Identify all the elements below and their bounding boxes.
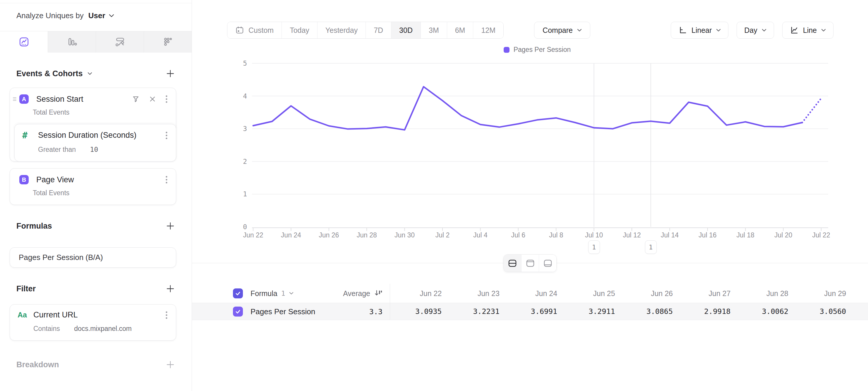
date-column-header[interactable]: Jun 26 (615, 284, 673, 303)
table-date-column: Jun 233.2231 (442, 284, 499, 320)
analyze-entity-dropdown[interactable]: User (88, 11, 114, 20)
date-column-header[interactable]: Jun 29 (788, 284, 846, 303)
select-all-checkbox[interactable] (233, 288, 243, 298)
add-filter-button[interactable] (166, 284, 175, 293)
x-axis-tick-label: Jul 14 (661, 231, 679, 239)
line-chart[interactable]: 012345Jun 22Jun 24Jun 26Jun 28Jun 30Jul … (192, 0, 868, 255)
chart-only-view-icon (526, 259, 535, 267)
text-property-icon: Aa (18, 311, 28, 319)
average-column-header[interactable]: Average (343, 289, 382, 298)
table-date-column: Jun 272.9918 (673, 284, 731, 320)
y-axis-tick-label: 1 (243, 190, 247, 198)
analyze-row: Analyze Uniques by User (0, 0, 192, 31)
event-a-menu-button[interactable] (165, 95, 168, 103)
property-filter-menu-button[interactable] (165, 131, 168, 140)
formula-header-index: 1 (281, 289, 285, 297)
formula-card[interactable]: Pages Per Session (B/A) (10, 247, 176, 268)
filter-section-header: Filter (0, 280, 192, 297)
date-column-value: 3.2911 (557, 303, 615, 320)
annotation-chip[interactable]: 1 (645, 240, 657, 254)
events-cohorts-title: Events & Cohorts (17, 69, 92, 78)
add-breakdown-button[interactable] (166, 360, 175, 369)
x-axis-tick-label: Jul 4 (473, 231, 488, 239)
tab-line-chart[interactable] (0, 31, 48, 53)
event-b-title-row: B Page View (10, 169, 176, 184)
event-a-name[interactable]: Session Start (36, 95, 132, 104)
bar-chart-icon (67, 37, 77, 47)
event-a-measurement[interactable]: Total Events (10, 104, 176, 123)
event-card-a[interactable]: A Session Start Total Events (10, 88, 176, 162)
date-column-header[interactable]: Jun 22 (384, 284, 442, 303)
property-filter-name[interactable]: Session Duration (Seconds) (38, 131, 165, 140)
kebab-menu-icon (165, 131, 168, 140)
table-date-column: Jun 283.0062 (731, 284, 788, 320)
event-a-title-row: A Session Start (10, 88, 176, 104)
tab-bar-chart[interactable] (48, 31, 96, 53)
check-icon (235, 309, 241, 314)
annotation-chip[interactable]: 1 (588, 240, 600, 254)
kebab-menu-icon (165, 175, 168, 184)
table-date-column: Jun 263.0865 (615, 284, 673, 320)
date-column-value: 3.0062 (731, 303, 788, 320)
tab-retention[interactable] (144, 31, 192, 53)
x-axis-tick-label: Jul 20 (774, 231, 792, 239)
add-formula-button[interactable] (166, 222, 175, 230)
tab-flow[interactable] (96, 31, 144, 53)
event-b-name[interactable]: Page View (36, 175, 165, 184)
filter-property-name[interactable]: Current URL (33, 310, 165, 319)
operator-label[interactable]: Greater than (38, 146, 76, 153)
operator-value[interactable]: 10 (90, 146, 98, 153)
filter-operator-value[interactable]: docs.mixpanel.com (74, 325, 132, 332)
date-column-value: 2.9918 (673, 303, 731, 320)
query-builder-sidebar: Analyze Uniques by User (0, 0, 192, 391)
chevron-down-icon[interactable] (88, 72, 92, 75)
date-column-value: 3.6991 (500, 303, 557, 320)
view-chart-only-button[interactable] (521, 255, 539, 272)
y-axis-tick-label: 3 (243, 125, 247, 133)
property-filter-title-row: # Session Duration (Seconds) (14, 124, 176, 140)
formulas-title: Formulas (17, 222, 52, 231)
filter-operator-label[interactable]: Contains (33, 325, 60, 332)
event-b-measurement[interactable]: Total Events (10, 184, 176, 204)
view-split-button[interactable] (504, 255, 521, 272)
property-filter-card[interactable]: # Session Duration (Seconds) Greater tha… (14, 124, 176, 162)
events-cohorts-label: Events & Cohorts (17, 69, 83, 78)
y-axis-tick-label: 2 (243, 158, 247, 165)
check-icon (235, 290, 241, 296)
x-axis-tick-label: Jul 12 (623, 231, 641, 239)
filter-menu-button[interactable] (165, 311, 168, 319)
view-table-only-button[interactable] (539, 255, 556, 272)
x-axis-tick-label: Jul 18 (737, 231, 754, 239)
filter-operator-row: Contains docs.mixpanel.com (10, 319, 176, 340)
row-checkbox[interactable] (233, 307, 243, 316)
number-property-icon: # (22, 130, 33, 140)
x-axis-tick-label: Jul 6 (511, 231, 526, 239)
formula-header-label: Formula (250, 289, 277, 298)
kebab-menu-icon (165, 95, 168, 103)
date-column-header[interactable]: Jun 24 (500, 284, 557, 303)
formula-column-header[interactable]: Formula 1 (250, 289, 293, 298)
line-chart-icon (19, 37, 29, 47)
flow-icon (115, 37, 125, 47)
filter-event-button[interactable] (132, 95, 140, 103)
date-column-header[interactable]: Jun 23 (442, 284, 499, 303)
filter-card[interactable]: Aa Current URL Contains docs.mixpanel.co… (10, 304, 176, 341)
add-event-button[interactable] (166, 69, 175, 78)
drag-handle-icon[interactable] (12, 97, 17, 102)
event-card-b[interactable]: B Page View Total Events (10, 168, 176, 205)
visualization-tabs (0, 31, 192, 53)
date-column-value: 3.2231 (442, 303, 499, 320)
event-b-menu-button[interactable] (165, 175, 168, 184)
plus-icon (166, 360, 175, 369)
remove-event-button[interactable] (149, 95, 156, 103)
date-column-header[interactable]: Jun 28 (731, 284, 788, 303)
series-line[interactable] (253, 87, 802, 130)
date-column-header[interactable]: Jun 25 (557, 284, 615, 303)
date-column-header[interactable]: Jun 27 (673, 284, 731, 303)
view-toggle (503, 254, 557, 272)
plus-icon (166, 222, 175, 230)
events-cohorts-section-header: Events & Cohorts (0, 65, 192, 82)
table-column-divider (390, 284, 390, 320)
table-only-view-icon (544, 259, 552, 267)
analyze-entity-value: User (88, 11, 105, 20)
